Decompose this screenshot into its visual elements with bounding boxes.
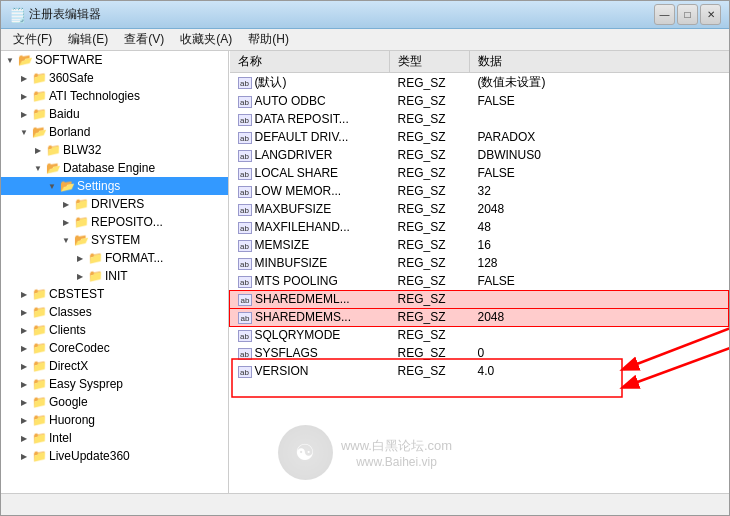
tree-toggle-cbstest[interactable]: ▶ — [17, 287, 31, 301]
reg-value-icon: ab — [238, 348, 252, 360]
tree-toggle-system[interactable]: ▼ — [59, 233, 73, 247]
tree-item-360safe[interactable]: ▶📁360Safe — [1, 69, 228, 87]
tree-toggle-init[interactable]: ▶ — [73, 269, 87, 283]
tree-item-huorong[interactable]: ▶📁Huorong — [1, 411, 228, 429]
folder-icon-classes: 📁 — [31, 305, 47, 319]
tree-toggle-classes[interactable]: ▶ — [17, 305, 31, 319]
title-bar-buttons: — □ ✕ — [654, 4, 721, 25]
tree-toggle-baidu[interactable]: ▶ — [17, 107, 31, 121]
reg-value-icon: ab — [238, 312, 252, 324]
cell-type: REG_SZ — [390, 164, 470, 182]
table-row[interactable]: abLOCAL SHAREREG_SZFALSE — [230, 164, 729, 182]
tree-toggle-format[interactable]: ▶ — [73, 251, 87, 265]
tree-item-liveupdate[interactable]: ▶📁LiveUpdate360 — [1, 447, 228, 465]
table-row[interactable]: abSHAREDMEMS...REG_SZ2048 — [230, 308, 729, 326]
reg-value-icon: ab — [238, 240, 252, 252]
cell-name: abSHAREDMEML... — [230, 290, 390, 308]
table-row[interactable]: abMTS POOLINGREG_SZFALSE — [230, 272, 729, 290]
table-row[interactable]: abDATA REPOSIT...REG_SZ — [230, 110, 729, 128]
col-name[interactable]: 名称 — [230, 51, 390, 73]
tree-item-google[interactable]: ▶📁Google — [1, 393, 228, 411]
tree-item-cbstest[interactable]: ▶📁CBSTEST — [1, 285, 228, 303]
tree-item-reposito[interactable]: ▶📁REPOSITO... — [1, 213, 228, 231]
minimize-button[interactable]: — — [654, 4, 675, 25]
tree-toggle-ati[interactable]: ▶ — [17, 89, 31, 103]
tree-toggle-360safe[interactable]: ▶ — [17, 71, 31, 85]
col-data[interactable]: 数据 — [470, 51, 729, 73]
tree-item-system[interactable]: ▼📂SYSTEM — [1, 231, 228, 249]
table-row[interactable]: abSHAREDMEML...REG_SZ — [230, 290, 729, 308]
tree-item-intel[interactable]: ▶📁Intel — [1, 429, 228, 447]
menu-item-收藏夹(A)[interactable]: 收藏夹(A) — [172, 29, 240, 50]
tree-toggle-reposito[interactable]: ▶ — [59, 215, 73, 229]
tree-toggle-easysysprep[interactable]: ▶ — [17, 377, 31, 391]
table-row[interactable]: abLANGDRIVERREG_SZDBWINUS0 — [230, 146, 729, 164]
cell-data: 16 — [470, 236, 729, 254]
reg-name: MTS POOLING — [255, 274, 338, 288]
tree-item-drivers[interactable]: ▶📁DRIVERS — [1, 195, 228, 213]
tree-toggle-drivers[interactable]: ▶ — [59, 197, 73, 211]
tree-toggle-blw32[interactable]: ▶ — [31, 143, 45, 157]
tree-label-blw32: BLW32 — [63, 143, 101, 157]
tree-toggle-settings[interactable]: ▼ — [45, 179, 59, 193]
table-row[interactable]: abMINBUFSIZEREG_SZ128 — [230, 254, 729, 272]
tree-item-ati[interactable]: ▶📁ATI Technologies — [1, 87, 228, 105]
reg-value-icon: ab — [238, 294, 252, 306]
tree-item-clients[interactable]: ▶📁Clients — [1, 321, 228, 339]
reg-value-icon: ab — [238, 222, 252, 234]
tree-item-classes[interactable]: ▶📁Classes — [1, 303, 228, 321]
tree-label-ati: ATI Technologies — [49, 89, 140, 103]
tree-toggle-dbengine[interactable]: ▼ — [31, 161, 45, 175]
reg-value-icon: ab — [238, 168, 252, 180]
close-button[interactable]: ✕ — [700, 4, 721, 25]
tree-item-directx[interactable]: ▶📁DirectX — [1, 357, 228, 375]
tree-item-settings[interactable]: ▼📂Settings — [1, 177, 228, 195]
tree-toggle-directx[interactable]: ▶ — [17, 359, 31, 373]
tree-toggle-huorong[interactable]: ▶ — [17, 413, 31, 427]
tree-item-init[interactable]: ▶📁INIT — [1, 267, 228, 285]
menu-item-帮助(H)[interactable]: 帮助(H) — [240, 29, 297, 50]
table-row[interactable]: abLOW MEMOR...REG_SZ32 — [230, 182, 729, 200]
tree-toggle-software[interactable]: ▼ — [3, 53, 17, 67]
table-row[interactable]: abDEFAULT DRIV...REG_SZPARADOX — [230, 128, 729, 146]
tree-item-software[interactable]: ▼📂SOFTWARE — [1, 51, 228, 69]
reg-value-icon: ab — [238, 77, 252, 89]
table-row[interactable]: abSYSFLAGSREG_SZ0 — [230, 344, 729, 362]
tree-toggle-borland[interactable]: ▼ — [17, 125, 31, 139]
col-type[interactable]: 类型 — [390, 51, 470, 73]
registry-tree[interactable]: ▼📂SOFTWARE▶📁360Safe▶📁ATI Technologies▶📁B… — [1, 51, 229, 493]
menu-item-文件(F)[interactable]: 文件(F) — [5, 29, 60, 50]
menu-item-查看(V)[interactable]: 查看(V) — [116, 29, 172, 50]
tree-item-borland[interactable]: ▼📂Borland — [1, 123, 228, 141]
tree-item-dbengine[interactable]: ▼📂Database Engine — [1, 159, 228, 177]
tree-item-format[interactable]: ▶📁FORMAT... — [1, 249, 228, 267]
tree-item-corecodec[interactable]: ▶📁CoreCodec — [1, 339, 228, 357]
tree-toggle-liveupdate[interactable]: ▶ — [17, 449, 31, 463]
tree-item-blw32[interactable]: ▶📁BLW32 — [1, 141, 228, 159]
reg-name: SQLQRYMODE — [255, 328, 341, 342]
menu-item-编辑(E)[interactable]: 编辑(E) — [60, 29, 116, 50]
table-row[interactable]: abMAXFILEHAND...REG_SZ48 — [230, 218, 729, 236]
reg-value-icon: ab — [238, 186, 252, 198]
tree-toggle-intel[interactable]: ▶ — [17, 431, 31, 445]
tree-toggle-corecodec[interactable]: ▶ — [17, 341, 31, 355]
tree-label-google: Google — [49, 395, 88, 409]
reg-value-icon: ab — [238, 132, 252, 144]
table-row[interactable]: abSQLQRYMODEREG_SZ — [230, 326, 729, 344]
cell-name: ab(默认) — [230, 73, 390, 93]
tree-item-easysysprep[interactable]: ▶📁Easy Sysprep — [1, 375, 228, 393]
table-row[interactable]: abMAXBUFSIZEREG_SZ2048 — [230, 200, 729, 218]
table-row[interactable]: abAUTO ODBCREG_SZFALSE — [230, 92, 729, 110]
cell-data: 2048 — [470, 308, 729, 326]
maximize-button[interactable]: □ — [677, 4, 698, 25]
registry-values: 名称 类型 数据 ab(默认)REG_SZ(数值未设置)abAUTO ODBCR… — [229, 51, 729, 493]
table-row[interactable]: ab(默认)REG_SZ(数值未设置) — [230, 73, 729, 93]
table-row[interactable]: abMEMSIZEREG_SZ16 — [230, 236, 729, 254]
cell-data: (数值未设置) — [470, 73, 729, 93]
tree-toggle-google[interactable]: ▶ — [17, 395, 31, 409]
reg-name: AUTO ODBC — [255, 94, 326, 108]
tree-toggle-clients[interactable]: ▶ — [17, 323, 31, 337]
window-icon: 🗒️ — [9, 7, 25, 23]
table-row[interactable]: abVERSIONREG_SZ4.0 — [230, 362, 729, 380]
tree-item-baidu[interactable]: ▶📁Baidu — [1, 105, 228, 123]
